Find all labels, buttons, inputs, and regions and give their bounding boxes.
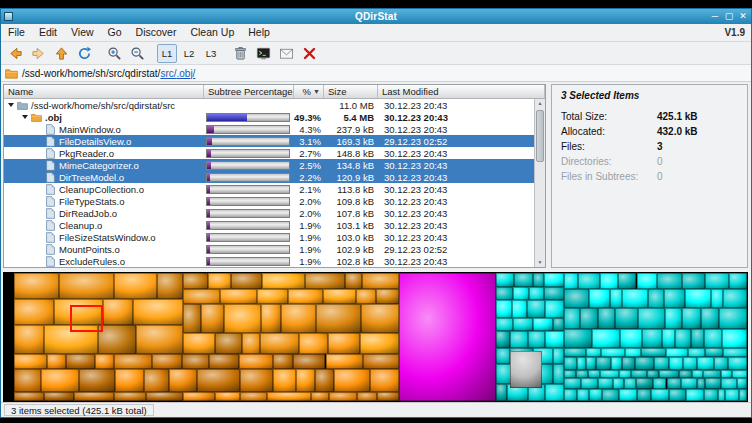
treemap-tile[interactable] — [553, 364, 564, 384]
treemap-tile[interactable] — [261, 304, 281, 332]
treemap-tile[interactable] — [722, 329, 747, 348]
menu-file[interactable]: File — [1, 24, 32, 41]
treemap-tile[interactable] — [183, 333, 215, 354]
treemap-tile[interactable] — [114, 273, 157, 299]
treemap-tile[interactable] — [686, 389, 704, 401]
treemap-tile[interactable] — [624, 378, 636, 389]
treemap-tile[interactable] — [370, 369, 399, 392]
treemap-section[interactable] — [183, 273, 399, 354]
treemap-section[interactable] — [510, 351, 543, 388]
treemap-tile[interactable] — [681, 378, 697, 389]
treemap-tile[interactable] — [723, 289, 747, 308]
column-header-last-modified[interactable]: Last Modified — [378, 85, 545, 98]
treemap-section[interactable] — [14, 354, 399, 401]
treemap-tile[interactable] — [281, 304, 316, 332]
treemap-tile[interactable] — [14, 273, 59, 299]
treemap-tile[interactable] — [262, 273, 305, 289]
treemap-tile[interactable] — [648, 289, 664, 308]
treemap-tile[interactable] — [721, 370, 732, 377]
treemap-tile[interactable] — [14, 354, 47, 370]
treemap-tile[interactable] — [315, 369, 333, 392]
treemap-tile[interactable] — [553, 348, 564, 364]
treemap-tile[interactable] — [44, 392, 73, 401]
expander-icon[interactable] — [8, 103, 14, 107]
menu-view[interactable]: View — [64, 24, 101, 41]
treemap-tile[interactable] — [620, 329, 642, 348]
treemap-tile[interactable] — [273, 354, 293, 370]
treemap-tile[interactable] — [157, 273, 183, 299]
treemap-tile[interactable] — [528, 331, 546, 347]
table-row[interactable]: MimeCategorizer.o2.5%134.8 kB30.12.23 20… — [4, 159, 545, 171]
expander-icon[interactable] — [22, 115, 28, 119]
treemap-tile[interactable] — [260, 333, 299, 354]
treemap-tile[interactable] — [600, 370, 619, 377]
table-row[interactable]: FileDetailsView.o3.1%169.3 kB29.12.23 02… — [4, 135, 545, 147]
treemap-tile[interactable] — [98, 325, 136, 353]
treemap-tile[interactable] — [103, 299, 133, 325]
treemap-tile[interactable] — [564, 357, 577, 370]
go-up-button[interactable] — [51, 44, 72, 63]
treemap-tile[interactable] — [529, 287, 544, 300]
menu-help[interactable]: Help — [241, 24, 277, 41]
tree-level-1-button[interactable]: L1 — [157, 44, 177, 63]
treemap-tile[interactable] — [669, 389, 686, 401]
treemap-tile[interactable] — [619, 389, 637, 401]
table-row[interactable]: PkgReader.o2.7%148.8 kB30.12.23 20:43 — [4, 147, 545, 159]
treemap-tile[interactable] — [598, 308, 614, 329]
treemap-tile[interactable] — [642, 329, 662, 348]
treemap-tile[interactable] — [664, 289, 685, 308]
treemap-tile[interactable] — [577, 357, 586, 370]
move-to-trash-button[interactable] — [230, 44, 251, 63]
treemap-tile[interactable] — [144, 369, 169, 392]
treemap-tile[interactable] — [625, 348, 641, 357]
treemap-tile[interactable] — [356, 289, 376, 304]
treemap-tile[interactable] — [618, 273, 636, 289]
treemap-tile[interactable] — [719, 308, 747, 329]
table-row[interactable]: Cleanup.o1.9%103.1 kB30.12.23 20:43 — [4, 219, 545, 231]
treemap-tile[interactable] — [714, 357, 728, 370]
treemap-tile[interactable] — [635, 357, 654, 370]
treemap-tile[interactable] — [533, 273, 544, 287]
menu-go[interactable]: Go — [101, 24, 129, 41]
table-row[interactable]: MainWindow.o4.3%237.9 kB30.12.23 20:43 — [4, 123, 545, 135]
treemap-tile[interactable] — [667, 378, 681, 389]
treemap-tile[interactable] — [589, 289, 610, 308]
open-terminal-button[interactable] — [253, 44, 274, 63]
treemap-tile[interactable] — [739, 389, 747, 401]
table-row[interactable]: DirTreeModel.o2.2%120.9 kB30.12.23 20:43 — [4, 171, 545, 183]
titlebar[interactable]: QDirStat ─ ▢ ✕ — [1, 9, 751, 24]
treemap-tile[interactable] — [47, 354, 67, 370]
treemap-tile[interactable] — [514, 273, 533, 287]
table-row[interactable]: .obj49.3%5.4 MB30.12.23 20:43 — [4, 111, 545, 123]
treemap-tile[interactable] — [682, 273, 704, 289]
treemap-tile[interactable] — [718, 389, 725, 401]
treemap-tile[interactable] — [496, 300, 513, 319]
treemap-tile[interactable] — [215, 392, 240, 401]
treemap-tile[interactable] — [152, 354, 182, 370]
treemap-tile[interactable] — [622, 289, 648, 308]
treemap-tile[interactable] — [701, 308, 719, 329]
treemap-tile[interactable] — [729, 273, 747, 289]
treemap-tile[interactable] — [224, 304, 261, 332]
treemap-tile[interactable] — [705, 348, 722, 357]
treemap-tile[interactable] — [704, 329, 722, 348]
treemap-tile[interactable] — [267, 392, 311, 401]
treemap-tile[interactable] — [183, 273, 209, 289]
treemap-tile[interactable] — [59, 273, 114, 299]
treemap-tile[interactable] — [631, 370, 648, 377]
treemap-tile[interactable] — [512, 300, 527, 319]
tree-level-3-button[interactable]: L3 — [201, 44, 221, 63]
treemap-tile[interactable] — [513, 318, 533, 331]
treemap-tile[interactable] — [513, 287, 529, 300]
treemap-tile[interactable] — [496, 273, 515, 287]
treemap-tile[interactable] — [544, 273, 563, 287]
treemap-tile[interactable] — [564, 348, 587, 357]
treemap-tile[interactable] — [703, 370, 720, 377]
treemap-tile[interactable] — [657, 273, 682, 289]
breadcrumb-link-obj[interactable]: .obj/ — [176, 68, 195, 79]
treemap-tile[interactable] — [592, 329, 620, 348]
file-manager-button[interactable] — [276, 44, 297, 63]
treemap-tile[interactable] — [544, 287, 564, 300]
treemap-tile[interactable] — [239, 354, 273, 370]
treemap-tile[interactable] — [723, 348, 747, 357]
